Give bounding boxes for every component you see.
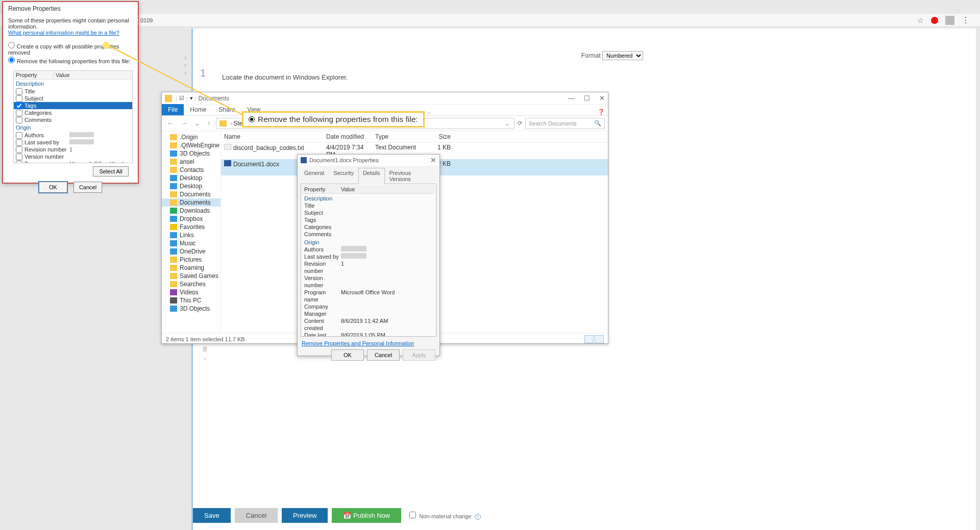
property-checkbox[interactable] [16,117,22,123]
property-checkbox[interactable] [16,103,22,109]
up-icon[interactable]: ↑ [205,119,213,127]
property-checkbox[interactable] [16,154,22,160]
remove-property-row[interactable]: Authors [14,132,132,139]
recent-locations-icon[interactable]: ⌄ [192,119,202,127]
avatar[interactable] [945,16,954,25]
property-row[interactable]: Title [302,202,435,209]
tree-item[interactable]: Desktop [162,182,220,190]
tree-item[interactable]: .QtWebEngine [162,141,220,149]
property-row[interactable]: Subject [302,209,435,216]
property-row[interactable]: Authors [302,246,435,253]
property-row[interactable]: Categories [302,223,435,231]
ok-button[interactable]: OK [39,182,67,193]
cancel-button[interactable]: Cancel [235,508,278,523]
tree-item[interactable]: Contacts [162,166,220,174]
save-button[interactable]: Save [193,508,231,523]
property-checkbox[interactable] [16,110,22,116]
property-checkbox[interactable] [16,88,22,95]
bookmark-star-icon[interactable] [917,16,924,24]
opera-icon[interactable] [931,17,938,24]
remove-property-row[interactable]: Subject [14,95,132,102]
property-row[interactable]: Content created8/6/2019 11:42 AM [302,317,435,332]
tree-item[interactable]: Documents [162,198,220,207]
maximize-icon[interactable]: ☐ [584,94,590,102]
remove-property-row[interactable]: Categories [14,109,132,116]
step-down-icon[interactable]: ∨ [184,70,187,76]
close-icon[interactable]: ✕ [599,94,605,102]
search-input[interactable]: Search Documents 🔍 [525,118,605,129]
cancel-button[interactable]: Cancel [367,349,400,361]
remove-property-row[interactable]: Tags [14,102,132,109]
view-large-icon[interactable] [595,335,604,343]
qat-dropdown-icon[interactable]: ▾ [190,95,193,102]
trash-icon[interactable]: 🗑 [202,345,208,352]
ribbon-tab-home[interactable]: Home [184,104,212,115]
tree-item[interactable]: Favorites [162,223,220,231]
property-checkbox[interactable] [16,95,22,102]
view-details-icon[interactable] [584,335,594,343]
ok-button[interactable]: OK [331,349,364,361]
tree-item[interactable]: Desktop [162,174,220,182]
back-icon[interactable]: ← [165,119,176,127]
personal-info-link[interactable]: What personal information might be in a … [8,30,119,36]
properties-tab[interactable]: General [300,168,329,184]
tree-item[interactable]: ansel [162,158,220,166]
tree-item[interactable]: This PC [162,296,220,305]
non-material-change-checkbox[interactable] [409,512,416,518]
tree-item[interactable]: Dropbox [162,215,220,223]
step-up-icon[interactable]: ∧ [184,55,187,61]
property-checkbox[interactable] [16,139,22,146]
properties-tab[interactable]: Security [329,168,358,184]
tree-item[interactable]: .Origin [162,133,220,141]
qat-save-icon[interactable]: ☑ [179,95,184,102]
ribbon-tab-share[interactable]: Share [212,104,241,115]
tree-item[interactable]: OneDrive [162,247,220,256]
property-checkbox[interactable] [16,146,22,153]
remove-property-row[interactable]: Comments [14,116,132,123]
property-row[interactable]: Date last saved8/6/2019 1:05 PM [302,332,435,337]
tree-item[interactable]: Searches [162,280,220,288]
remove-property-row[interactable]: Title [14,88,132,95]
tree-item[interactable]: Links [162,231,220,239]
forward-icon[interactable]: → [179,119,189,127]
tree-item[interactable]: Downloads [162,207,220,215]
property-row[interactable]: Comments [302,231,435,238]
property-row[interactable]: Company [302,303,435,310]
minimize-icon[interactable]: — [568,94,575,102]
preview-button[interactable]: Preview [282,508,328,523]
refresh-icon[interactable]: ⟳ [518,120,522,127]
close-icon[interactable]: ✕ [430,156,436,164]
property-checkbox[interactable] [16,132,22,139]
ribbon-collapse-icon[interactable]: ⌵ [428,109,434,115]
tree-item[interactable]: Videos [162,288,220,296]
step-handle-icon[interactable]: ≡ [184,63,187,68]
help-icon[interactable]: ? [475,514,481,520]
tree-item[interactable]: 3D Objects [162,149,220,158]
select-all-button[interactable]: Select All [93,166,129,176]
tree-item[interactable]: 3D Objects [162,305,220,313]
properties-tab[interactable]: Previous Versions [385,168,437,184]
tree-item[interactable]: Roaming [162,264,220,272]
tree-item[interactable]: Music [162,239,220,247]
non-material-change-label[interactable]: Non-material change ? [409,512,480,520]
property-row[interactable]: Program nameMicrosoft Office Word [302,289,435,303]
tree-item[interactable]: Documents [162,190,220,198]
remove-properties-link[interactable]: Remove Properties and Personal Informati… [302,340,414,346]
remove-properties-grid[interactable]: Property Value DescriptionTitleSubjectTa… [13,70,133,163]
property-row[interactable]: Revision number1 [302,260,435,274]
cancel-button[interactable]: Cancel [74,182,102,193]
format-select[interactable]: Numbered [602,51,643,60]
remove-property-row[interactable]: Revision number1 [14,146,132,153]
property-row[interactable]: Manager [302,310,435,317]
browser-menu-icon[interactable] [962,15,970,25]
tree-item[interactable]: Pictures [162,256,220,264]
property-row[interactable]: Version number [302,274,435,289]
ribbon-tab-file[interactable]: File [162,104,184,115]
option-create-copy[interactable]: Create a copy with all possible properti… [8,42,133,56]
add-step-icon[interactable]: ＋ [202,355,208,363]
properties-grid[interactable]: PropertyValueDescriptionTitleSubjectTags… [301,184,436,337]
properties-tab[interactable]: Details [358,168,385,184]
option-remove-from-file[interactable]: Remove the following properties from thi… [8,57,133,64]
remove-property-row[interactable]: Last saved by [14,139,132,146]
file-list-header[interactable]: Name Date modified Type Size [221,131,608,143]
